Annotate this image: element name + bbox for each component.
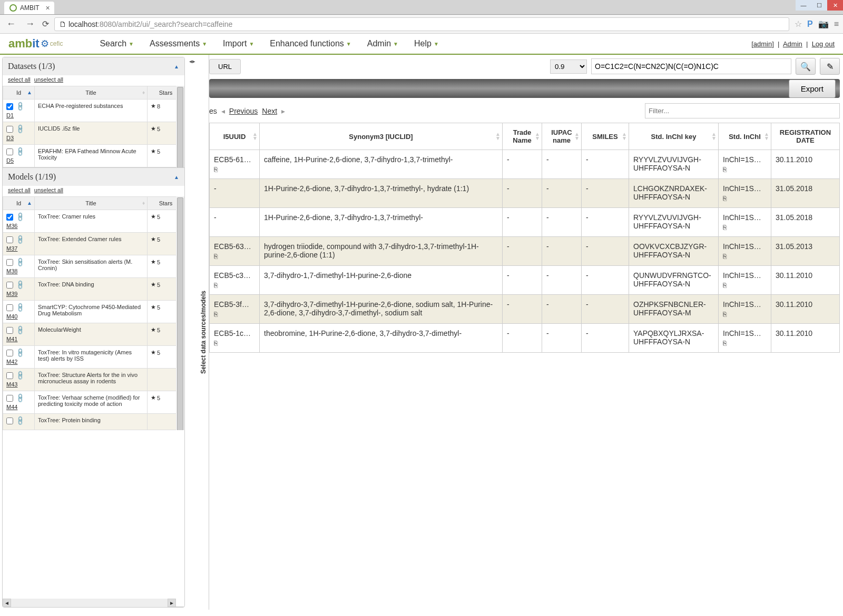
- dataset-id-link[interactable]: D5: [6, 157, 31, 164]
- browser-tab[interactable]: AMBIT ×: [4, 2, 54, 14]
- model-id-link[interactable]: M41: [6, 336, 31, 342]
- url-input[interactable]: 🗋 localhost:8080/ambit2/ui/_search?searc…: [54, 17, 789, 31]
- sidebar-h-scroll[interactable]: ◂ ▸: [3, 599, 176, 607]
- model-id-link[interactable]: M44: [6, 404, 31, 410]
- model-id-link[interactable]: M40: [6, 313, 31, 320]
- model-id-link[interactable]: M38: [6, 268, 31, 274]
- model-checkbox[interactable]: [6, 259, 13, 266]
- model-checkbox[interactable]: [6, 418, 13, 424]
- menu-search[interactable]: Search▼: [100, 39, 134, 48]
- admin-bracket-link[interactable]: [admin]: [751, 40, 774, 48]
- tab-close-icon[interactable]: ×: [45, 4, 50, 12]
- export-button[interactable]: Export: [789, 80, 836, 98]
- model-checkbox[interactable]: [6, 372, 13, 379]
- model-checkbox[interactable]: [6, 304, 13, 311]
- link-icon[interactable]: 🔗: [15, 393, 26, 404]
- link-icon[interactable]: 🔗: [15, 212, 26, 223]
- threshold-select[interactable]: 0.9: [550, 59, 587, 74]
- edit-button[interactable]: ✎: [820, 58, 840, 75]
- copy-icon[interactable]: ⎘: [723, 282, 727, 289]
- link-icon[interactable]: 🔗: [15, 124, 26, 135]
- copy-icon[interactable]: ⎘: [723, 166, 727, 173]
- dataset-id-link[interactable]: D3: [6, 135, 31, 141]
- models-scrollbar[interactable]: [176, 196, 184, 430]
- model-id-link[interactable]: M36: [6, 223, 31, 229]
- datasets-unselect-all[interactable]: unselect all: [34, 76, 63, 83]
- menu-help[interactable]: Help▼: [414, 39, 439, 48]
- copy-icon[interactable]: ⎘: [723, 311, 727, 318]
- extension-p-icon[interactable]: P: [807, 19, 813, 29]
- link-icon[interactable]: 🔗: [15, 415, 26, 426]
- link-icon[interactable]: 🔗: [15, 302, 26, 313]
- copy-icon[interactable]: ⎘: [214, 253, 218, 260]
- smiles-input[interactable]: [591, 58, 791, 74]
- extension-camera-icon[interactable]: 📷: [818, 19, 829, 29]
- copy-icon[interactable]: ⎘: [214, 311, 218, 318]
- copy-icon[interactable]: ⎘: [723, 195, 727, 202]
- datasets-select-all[interactable]: select all: [8, 76, 31, 83]
- model-id-link[interactable]: M42: [6, 359, 31, 365]
- url-button[interactable]: URL: [209, 59, 241, 74]
- link-icon[interactable]: 🔗: [15, 347, 26, 359]
- admin-link[interactable]: Admin: [783, 40, 802, 48]
- copy-icon[interactable]: ⎘: [214, 166, 218, 173]
- model-title: MolecularWeight: [35, 323, 148, 346]
- back-button[interactable]: ←: [4, 18, 18, 29]
- model-id-link[interactable]: M39: [6, 291, 31, 297]
- search-button[interactable]: 🔍: [796, 58, 816, 75]
- link-icon[interactable]: 🔗: [15, 234, 26, 245]
- copy-icon[interactable]: ⎘: [214, 340, 218, 347]
- window-maximize-button[interactable]: ☐: [811, 0, 827, 11]
- dataset-checkbox[interactable]: [6, 103, 13, 110]
- link-icon[interactable]: 🔗: [15, 325, 26, 336]
- link-icon[interactable]: 🔗: [15, 257, 26, 268]
- link-icon[interactable]: 🔗: [15, 101, 26, 112]
- pager-previous[interactable]: Previous: [229, 107, 258, 115]
- models-unselect-all[interactable]: unselect all: [34, 187, 63, 193]
- copy-icon[interactable]: ⎘: [214, 282, 218, 289]
- collapse-icon[interactable]: ▲: [174, 64, 179, 69]
- menu-assessments[interactable]: Assessments▼: [150, 39, 207, 48]
- model-title: ToxTree: Extended Cramer rules: [35, 233, 148, 255]
- collapse-icon[interactable]: ▲: [174, 174, 179, 180]
- chrome-menu-icon[interactable]: ≡: [834, 19, 839, 29]
- model-checkbox[interactable]: [6, 327, 13, 334]
- pager-next-icon[interactable]: ▸: [281, 107, 285, 115]
- menu-admin[interactable]: Admin▼: [367, 39, 398, 48]
- menu-enhanced[interactable]: Enhanced functions▼: [270, 39, 351, 48]
- link-icon[interactable]: 🔗: [15, 146, 26, 157]
- models-select-all[interactable]: select all: [8, 187, 31, 193]
- link-icon[interactable]: 🔗: [15, 280, 26, 291]
- splitter[interactable]: ◂▸: [187, 55, 198, 610]
- model-id-link[interactable]: M37: [6, 245, 31, 252]
- model-checkbox[interactable]: [6, 395, 13, 402]
- pager-prev-icon[interactable]: ◂: [221, 107, 225, 115]
- logout-link[interactable]: Log out: [812, 40, 835, 48]
- bookmark-icon[interactable]: ☆: [795, 19, 802, 29]
- copy-icon[interactable]: ⎘: [723, 253, 727, 260]
- window-minimize-button[interactable]: —: [796, 0, 811, 11]
- filter-input[interactable]: [645, 103, 840, 118]
- model-title: ToxTree: DNA binding: [35, 278, 148, 301]
- dataset-checkbox[interactable]: [6, 148, 13, 155]
- model-checkbox[interactable]: [6, 350, 13, 356]
- model-checkbox[interactable]: [6, 282, 13, 289]
- result-row: ECB5-1c…⎘ theobromine, 1H-Purine-2,6-dio…: [210, 324, 840, 353]
- copy-icon[interactable]: ⎘: [723, 224, 727, 231]
- pager-next[interactable]: Next: [262, 107, 277, 115]
- forward-button[interactable]: →: [23, 18, 37, 29]
- window-close-button[interactable]: ✕: [827, 0, 843, 11]
- menu-import[interactable]: Import▼: [223, 39, 254, 48]
- model-id-link[interactable]: M43: [6, 381, 31, 388]
- dataset-title: EPAFHM: EPA Fathead Minnow Acute Toxicit…: [35, 145, 148, 167]
- dataset-id-link[interactable]: D1: [6, 112, 31, 118]
- dataset-checkbox[interactable]: [6, 126, 13, 133]
- link-icon[interactable]: 🔗: [15, 370, 26, 381]
- splitter-handle-icon[interactable]: ◂▸: [189, 58, 195, 65]
- logo[interactable]: ambit: [8, 37, 40, 51]
- reload-button[interactable]: ⟳: [42, 19, 49, 29]
- model-checkbox[interactable]: [6, 214, 13, 221]
- datasets-scrollbar[interactable]: [176, 86, 184, 167]
- copy-icon[interactable]: ⎘: [723, 340, 727, 347]
- model-checkbox[interactable]: [6, 236, 13, 243]
